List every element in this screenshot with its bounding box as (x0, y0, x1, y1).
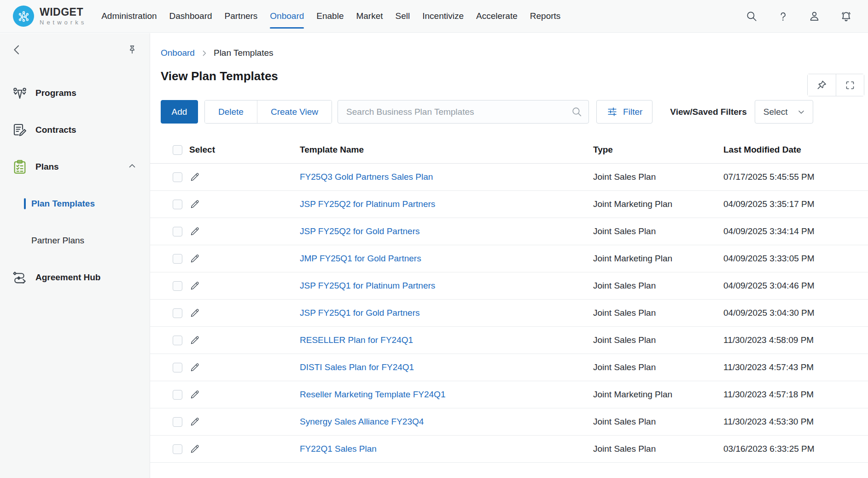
page-title: View Plan Templates (161, 69, 868, 83)
delete-button[interactable]: Delete (205, 100, 257, 123)
table-row: JSP FY25Q1 for Gold Partners Joint Sales… (150, 300, 868, 327)
row-type: Joint Sales Plan (593, 308, 723, 318)
row-checkbox[interactable] (173, 172, 182, 182)
table-row: JMP FY25Q1 for Gold Partners Joint Marke… (150, 245, 868, 272)
sidebar-pin-icon[interactable] (127, 44, 138, 55)
column-header-last-modified: Last Modified Date (723, 145, 868, 155)
nav-item-accelerate[interactable]: Accelerate (476, 0, 518, 32)
breadcrumb-parent-link[interactable]: Onboard (161, 48, 195, 58)
row-checkbox[interactable] (173, 227, 182, 236)
select-all-checkbox[interactable] (173, 145, 182, 155)
add-button[interactable]: Add (161, 100, 198, 124)
profile-icon[interactable] (808, 10, 821, 23)
row-checkbox[interactable] (173, 390, 182, 400)
nav-item-market[interactable]: Market (356, 0, 383, 32)
fullscreen-icon[interactable] (836, 74, 864, 96)
row-checkbox[interactable] (173, 363, 182, 372)
row-modified: 11/30/2023 4:57:43 PM (723, 362, 868, 372)
sidebar-item-label: Agreement Hub (35, 272, 100, 283)
template-name-link[interactable]: JMP FY25Q1 for Gold Partners (300, 254, 421, 263)
template-name-link[interactable]: JSP FY25Q1 for Gold Partners (300, 308, 420, 318)
row-modified: 11/30/2023 4:57:18 PM (723, 389, 868, 400)
agreement-hub-icon (12, 269, 28, 286)
row-type: Joint Sales Plan (593, 417, 723, 427)
search-field-wrap (338, 100, 589, 124)
table-row: FY25Q3 Gold Partners Sales Plan Joint Sa… (150, 164, 868, 191)
edit-pencil-icon[interactable] (189, 253, 200, 264)
nav-item-administration[interactable]: Administration (101, 0, 157, 32)
edit-pencil-icon[interactable] (189, 280, 200, 291)
row-type: Joint Sales Plan (593, 444, 723, 454)
row-type: Joint Sales Plan (593, 281, 723, 291)
table-row: JSP FY25Q1 for Platinum Partners Joint S… (150, 272, 868, 300)
notifications-icon[interactable] (840, 10, 852, 23)
edit-pencil-icon[interactable] (189, 226, 200, 237)
sidebar-item-label: Contracts (35, 125, 76, 135)
template-name-link[interactable]: JSP FY25Q2 for Gold Partners (300, 226, 420, 236)
nav-item-sell[interactable]: Sell (396, 0, 410, 32)
brand-name: WIDGET (40, 7, 87, 18)
row-checkbox[interactable] (173, 281, 182, 291)
page-corner-tools (807, 74, 864, 96)
row-modified: 03/16/2023 6:33:25 PM (723, 444, 868, 454)
row-checkbox[interactable] (173, 444, 182, 454)
template-name-link[interactable]: Synergy Sales Alliance FY23Q4 (300, 417, 424, 426)
brand-subname: Networks (40, 19, 87, 25)
template-name-link[interactable]: FY22Q1 Sales Plan (300, 444, 377, 454)
sidebar-item-contracts[interactable]: Contracts (0, 112, 150, 148)
template-name-link[interactable]: JSP FY25Q1 for Platinum Partners (300, 281, 435, 290)
template-name-link[interactable]: JSP FY25Q2 for Platinum Partners (300, 199, 435, 209)
edit-pencil-icon[interactable] (189, 416, 200, 427)
nav-item-reports[interactable]: Reports (530, 0, 561, 32)
row-type: Joint Sales Plan (593, 362, 723, 372)
nav-item-partners[interactable]: Partners (225, 0, 258, 32)
edit-pencil-icon[interactable] (189, 443, 200, 454)
row-checkbox[interactable] (173, 417, 182, 427)
row-type: Joint Sales Plan (593, 335, 723, 345)
row-modified: 11/30/2023 4:53:30 PM (723, 417, 868, 427)
row-checkbox[interactable] (173, 336, 182, 345)
row-modified: 04/09/2025 3:04:30 PM (723, 308, 868, 318)
sidebar-item-partner-plans[interactable]: Partner Plans (0, 222, 150, 259)
template-name-link[interactable]: DISTI Sales Plan for FY24Q1 (300, 362, 414, 372)
search-icon[interactable] (746, 10, 757, 22)
edit-pencil-icon[interactable] (189, 362, 200, 373)
chevron-up-icon[interactable] (127, 160, 138, 173)
table-row: RESELLER Plan for FY24Q1 Joint Sales Pla… (150, 327, 868, 354)
chevron-down-icon (796, 107, 806, 117)
template-name-link[interactable]: RESELLER Plan for FY24Q1 (300, 335, 413, 345)
nav-item-incentivize[interactable]: Incentivize (422, 0, 464, 32)
sidebar-item-programs[interactable]: Programs (0, 75, 150, 112)
sidebar-item-label: Plans (35, 162, 59, 172)
template-name-link[interactable]: FY25Q3 Gold Partners Sales Plan (300, 172, 433, 182)
sidebar-item-label: Partner Plans (31, 236, 84, 246)
saved-filters-select[interactable]: Select (755, 100, 813, 124)
row-modified: 04/09/2025 3:33:05 PM (723, 254, 868, 264)
row-type: Joint Sales Plan (593, 226, 723, 236)
programs-icon (12, 85, 28, 101)
pin-page-icon[interactable] (808, 74, 836, 96)
filter-button[interactable]: Filter (596, 100, 652, 124)
filter-button-label: Filter (623, 107, 642, 117)
nav-item-enable[interactable]: Enable (316, 0, 344, 32)
edit-pencil-icon[interactable] (189, 199, 200, 210)
edit-pencil-icon[interactable] (189, 171, 200, 183)
table-header-row: Select Template Name Type Last Modified … (150, 136, 868, 164)
row-checkbox[interactable] (173, 308, 182, 318)
sidebar-collapse-icon[interactable] (10, 43, 24, 57)
sidebar-item-plan-templates[interactable]: Plan Templates (0, 185, 150, 222)
main-content: Onboard Plan Templates View Plan Templat… (150, 33, 868, 478)
nav-item-onboard[interactable]: Onboard (270, 0, 304, 32)
sidebar-item-plans[interactable]: Plans (0, 148, 150, 185)
help-icon[interactable] (777, 10, 789, 22)
edit-pencil-icon[interactable] (189, 307, 200, 319)
template-name-link[interactable]: Reseller Marketing Template FY24Q1 (300, 389, 445, 399)
row-checkbox[interactable] (173, 254, 182, 264)
nav-item-dashboard[interactable]: Dashboard (169, 0, 212, 32)
edit-pencil-icon[interactable] (189, 335, 200, 346)
search-input[interactable] (338, 100, 589, 124)
edit-pencil-icon[interactable] (189, 389, 200, 400)
row-checkbox[interactable] (173, 200, 182, 209)
create-view-button[interactable]: Create View (257, 100, 332, 123)
sidebar-item-agreement-hub[interactable]: Agreement Hub (0, 259, 150, 296)
